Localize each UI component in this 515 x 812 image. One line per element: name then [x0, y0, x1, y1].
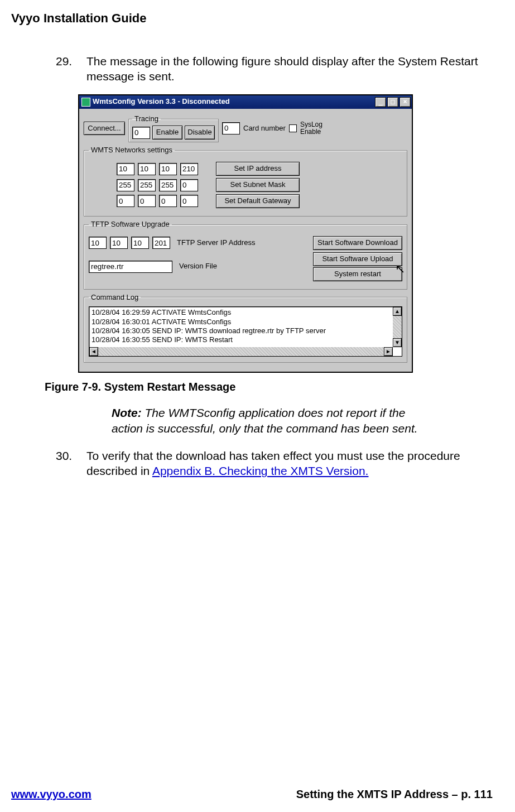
ip-octet-2[interactable] — [138, 163, 156, 175]
scroll-down-icon[interactable]: ▼ — [393, 338, 402, 347]
system-restart-button[interactable]: System restart — [313, 267, 402, 281]
ip-octet-4[interactable] — [180, 163, 198, 175]
version-file-label: Version File — [179, 262, 217, 271]
tracing-legend: Tracing — [132, 114, 161, 124]
connect-button[interactable]: Connect... — [84, 122, 125, 136]
tftp-octet-2[interactable] — [110, 237, 128, 249]
appendix-link[interactable]: Appendix B. Checking the XMTS Version. — [152, 464, 369, 477]
start-upload-button[interactable]: Start Software Upload — [313, 252, 402, 266]
log-line: 10/28/04 16:30:05 SEND IP: WMTS download… — [92, 326, 392, 335]
tftp-octet-1[interactable] — [89, 237, 107, 249]
step-text: To verify that the download has taken ef… — [86, 448, 480, 479]
window-title: WmtsConfig Version 3.3 - Disconnected — [93, 97, 230, 107]
set-mask-button[interactable]: Set Subnet Mask — [216, 178, 300, 192]
note: Note: The WMTSconfig application does no… — [112, 405, 424, 436]
ip-octet-1[interactable] — [117, 163, 134, 175]
footer-page: Setting the XMTS IP Address – p. 111 — [296, 788, 493, 801]
tftp-octet-4[interactable] — [152, 237, 170, 249]
wmtsconfig-window: WmtsConfig Version 3.3 - Disconnected _ … — [78, 94, 413, 373]
log-line: 10/28/04 16:29:59 ACTIVATE WmtsConfigs — [92, 308, 392, 317]
minimize-button[interactable]: _ — [375, 97, 386, 107]
footer-url[interactable]: www.vyyo.com — [11, 788, 92, 801]
command-log-legend: Command Log — [89, 293, 141, 302]
syslog-label: SysLog Enable — [300, 121, 334, 136]
vertical-scrollbar[interactable]: ▲ ▼ — [393, 307, 402, 347]
version-file-input[interactable] — [89, 261, 172, 273]
log-line: 10/28/04 16:30:01 ACTIVATE WmtsConfigs — [92, 318, 392, 326]
log-line: 10/28/04 16:30:55 SEND IP: WMTS Restart — [92, 335, 392, 344]
close-button[interactable]: × — [400, 97, 411, 107]
tftp-octet-3[interactable] — [131, 237, 149, 249]
figure-caption: Figure 7-9. System Restart Message — [45, 379, 480, 394]
mask-octet-4[interactable] — [180, 179, 198, 191]
note-body: The WMTSconfig application does not repo… — [112, 406, 418, 434]
gw-octet-2[interactable] — [138, 195, 156, 207]
mask-octet-3[interactable] — [159, 179, 177, 191]
page-header: Vyyo Installation Guide — [11, 11, 493, 26]
horizontal-scrollbar[interactable]: ◄ ► — [89, 347, 393, 356]
set-gw-button[interactable]: Set Default Gateway — [216, 194, 300, 208]
disable-button[interactable]: Disable — [185, 126, 215, 140]
note-label: Note: — [112, 406, 142, 419]
gw-octet-4[interactable] — [180, 195, 198, 207]
step-text: The message in the following figure shou… — [86, 54, 480, 84]
networks-legend: WMTS Networks settings — [89, 146, 175, 155]
app-icon — [81, 98, 90, 107]
enable-button[interactable]: Enable — [152, 126, 182, 140]
tracing-input[interactable] — [132, 127, 150, 139]
scroll-right-icon[interactable]: ► — [384, 347, 393, 356]
scroll-left-icon[interactable]: ◄ — [89, 347, 98, 356]
step-30: 30. To verify that the download has take… — [56, 448, 480, 479]
titlebar[interactable]: WmtsConfig Version 3.3 - Disconnected _ … — [79, 95, 412, 109]
step-number: 29. — [56, 54, 86, 84]
set-ip-button[interactable]: Set IP address — [216, 162, 300, 176]
gw-octet-3[interactable] — [159, 195, 177, 207]
tftp-legend: TFTP Software Upgrade — [89, 220, 172, 229]
card-number-label: Card number — [243, 124, 286, 133]
tftp-ip-label: TFTP Server IP Address — [177, 238, 255, 248]
ip-octet-3[interactable] — [159, 163, 177, 175]
start-download-button[interactable]: Start Software Download — [313, 236, 402, 250]
scroll-up-icon[interactable]: ▲ — [393, 307, 402, 316]
command-log[interactable]: 10/28/04 16:29:59 ACTIVATE WmtsConfigs 1… — [89, 306, 402, 357]
step-29: 29. The message in the following figure … — [56, 54, 480, 84]
syslog-checkbox[interactable] — [289, 124, 297, 132]
gw-octet-1[interactable] — [117, 195, 134, 207]
maximize-button[interactable]: □ — [387, 97, 398, 107]
mask-octet-1[interactable] — [117, 179, 134, 191]
mask-octet-2[interactable] — [138, 179, 156, 191]
card-number-input[interactable] — [222, 122, 240, 134]
step-number: 30. — [56, 448, 86, 479]
